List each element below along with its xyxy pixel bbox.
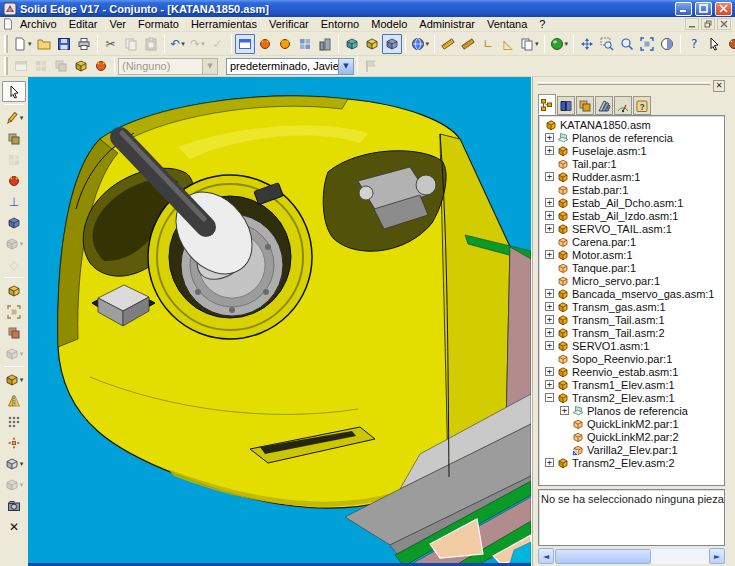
print-button[interactable] — [74, 34, 94, 54]
dropdown-arrow-icon[interactable]: ▾ — [20, 114, 24, 122]
edgebar-toggle-button[interactable] — [235, 34, 255, 54]
tree-expand-plus[interactable]: + — [545, 289, 554, 298]
tree-item-estab-ail-izdo-asm-1[interactable]: +Estab_Ail_Izdo.asm:1 — [541, 209, 724, 222]
display-config-tool-button[interactable]: ▾ — [2, 453, 26, 474]
tab-assembly-pathfinder[interactable] — [538, 94, 556, 115]
tree-expand-plus[interactable]: + — [545, 146, 554, 155]
tree-item-servo1-asm-1[interactable]: +SERVO1.asm:1 — [541, 339, 724, 352]
point-tool-button[interactable]: ◇ — [2, 254, 26, 275]
tab-sensors[interactable] — [614, 96, 632, 115]
menu-archivo[interactable]: Archivo — [14, 18, 63, 30]
replace-part-tool-button[interactable] — [2, 322, 26, 343]
open-button[interactable] — [34, 34, 54, 54]
fastener-system-tool-button[interactable]: ⊥ — [2, 191, 26, 212]
selection-filter-combo[interactable]: (Ninguno) ▼ — [118, 58, 218, 75]
explode-tool-button[interactable] — [2, 432, 26, 453]
edgebar-grip[interactable] — [538, 82, 710, 87]
edit-part-button[interactable] — [275, 34, 295, 54]
menu-entorno[interactable]: Entorno — [315, 18, 366, 30]
tree-item-reenvio-estab-asm-1[interactable]: +Reenvio_estab.asm:1 — [541, 365, 724, 378]
copy-button[interactable] — [121, 34, 141, 54]
tree-expand-plus[interactable]: + — [545, 224, 554, 233]
tree-expand-plus[interactable]: + — [545, 302, 554, 311]
minimize-button[interactable] — [675, 2, 692, 16]
tree-item-micro-servo-par-1[interactable]: Micro_servo.par:1 — [541, 274, 724, 287]
simplify-tool-button[interactable]: ▾ — [2, 343, 26, 364]
maximize-button[interactable] — [695, 2, 712, 16]
hide-show-cube-button[interactable] — [342, 34, 362, 54]
tree-item-tanque-par-1[interactable]: Tanque.par:1 — [541, 261, 724, 274]
tree-item-katana1850-asm[interactable]: KATANA1850.asm — [541, 118, 724, 131]
tree-item-transm-gas-asm-1[interactable]: +Transm_gas.asm:1 — [541, 300, 724, 313]
tree-expand-plus[interactable]: + — [545, 458, 554, 467]
flash-fit-tool-button[interactable] — [2, 149, 26, 170]
cut-button[interactable]: ✂ — [101, 34, 121, 54]
tree-item-quicklinkm2-par-1[interactable]: QuickLinkM2.par:1 — [541, 417, 724, 430]
fit-button[interactable] — [637, 34, 657, 54]
redo-button[interactable]: ↷▾ — [188, 34, 208, 54]
measure-area-button[interactable] — [458, 34, 478, 54]
zoom-button[interactable] — [617, 34, 637, 54]
tree-item-fuselaje-asm-1[interactable]: +Fuselaje.asm:1 — [541, 144, 724, 157]
tree-item-planos-de-referencia[interactable]: +Planos de referencia — [541, 131, 724, 144]
menu-?[interactable]: ? — [533, 18, 551, 30]
tree-expand-plus[interactable]: + — [545, 198, 554, 207]
scroll-left-icon[interactable]: ◄ — [538, 548, 554, 564]
rotate-view-button[interactable]: ▾ — [548, 34, 571, 54]
protractor-button[interactable]: ◺ — [498, 34, 518, 54]
paste-button[interactable] — [141, 34, 161, 54]
tree-item-transm2-elev-asm-2[interactable]: +Transm2_Elev.asm:2 — [541, 456, 724, 469]
menu-ver[interactable]: Ver — [103, 18, 132, 30]
show-parts-button[interactable] — [51, 56, 71, 76]
menu-editar[interactable]: Editar — [63, 18, 104, 30]
quick-pick-button[interactable] — [704, 34, 724, 54]
open-in-part-button[interactable] — [255, 34, 275, 54]
menu-verificar[interactable]: Verificar — [263, 18, 315, 30]
toolbar-grip[interactable] — [4, 35, 8, 53]
update-button[interactable]: ✓ — [208, 34, 228, 54]
tree-item-servo-tail-asm-1[interactable]: +SERVO_TAIL.asm:1 — [541, 222, 724, 235]
display-configuration-combo[interactable]: predeterminado, Javier ▼ — [226, 58, 354, 75]
named-views-button[interactable]: ▾ — [409, 34, 432, 54]
save-button[interactable] — [54, 34, 74, 54]
deactivate-parts-button[interactable] — [11, 56, 31, 76]
occurrence-tool-button[interactable]: ▾ — [2, 369, 26, 390]
tree-item-varilla2-elev-par-1[interactable]: Varilla2_Elev.par:1 — [541, 443, 724, 456]
mdi-minimize-button[interactable] — [685, 18, 699, 30]
tree-expand-plus[interactable]: + — [545, 315, 554, 324]
tree-item-sopo-reenvio-par-1[interactable]: Sopo_Reenvio.par:1 — [541, 352, 724, 365]
apply-config-button[interactable] — [361, 56, 381, 76]
dropdown-arrow-icon[interactable]: ▾ — [20, 481, 24, 489]
display-3d-button[interactable] — [382, 34, 402, 54]
animation-tool-button[interactable]: ▾ — [2, 474, 26, 495]
3d-viewport[interactable] — [28, 77, 531, 563]
tree-item-transm1-elev-asm-1[interactable]: +Transm1_Elev.asm:1 — [541, 378, 724, 391]
assemble-tool-button[interactable] — [2, 128, 26, 149]
undo-button[interactable]: ↶▾ — [168, 34, 188, 54]
tree-expand-plus[interactable]: + — [560, 406, 569, 415]
dropdown-arrow-icon[interactable]: ▾ — [20, 350, 24, 358]
activate-in-place-button[interactable] — [2, 280, 26, 301]
dropdown-arrow-icon[interactable]: ▾ — [565, 40, 569, 48]
tree-expand-plus[interactable]: + — [545, 172, 554, 181]
tree-expand-plus[interactable]: + — [545, 328, 554, 337]
tree-item-carena-par-1[interactable]: Carena.par:1 — [541, 235, 724, 248]
pattern-components-tool-button[interactable] — [2, 411, 26, 432]
render-tool-button[interactable] — [2, 495, 26, 516]
pan-button[interactable] — [577, 34, 597, 54]
tab-alternate-assemblies[interactable] — [576, 96, 594, 115]
dropdown-arrow-icon[interactable]: ▾ — [535, 40, 539, 48]
tree-item-transm2-elev-asm-1[interactable]: −Transm2_Elev.asm:1 — [541, 391, 724, 404]
mdi-restore-button[interactable] — [701, 18, 715, 30]
mdi-close-button[interactable] — [717, 18, 731, 30]
update-views-button[interactable] — [724, 34, 735, 54]
move-part-tool-button[interactable] — [2, 301, 26, 322]
toolbar-grip-2[interactable] — [4, 57, 8, 75]
dropdown-arrow-icon[interactable]: ▾ — [201, 40, 205, 48]
menu-modelo[interactable]: Modelo — [365, 18, 413, 30]
insert-part-tool-button[interactable] — [2, 170, 26, 191]
dropdown-arrow-icon[interactable]: ▾ — [20, 240, 24, 248]
dropdown-arrow-icon[interactable]: ▾ — [181, 40, 185, 48]
help-pointer-button[interactable]: ? — [684, 34, 704, 54]
tree-item-quicklinkm2-par-2[interactable]: QuickLinkM2.par:2 — [541, 430, 724, 443]
